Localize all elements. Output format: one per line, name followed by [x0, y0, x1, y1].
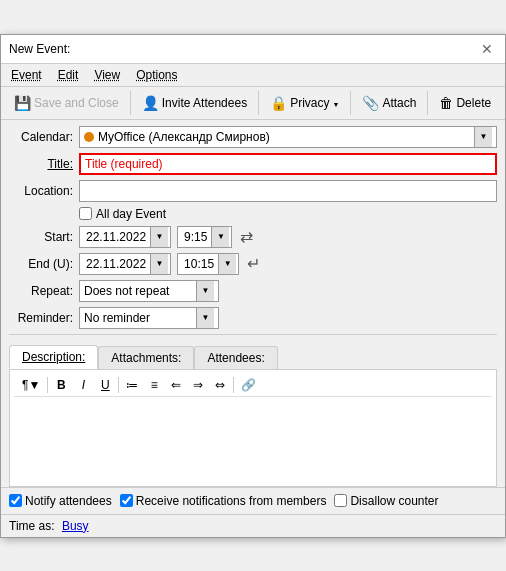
underline-button[interactable]: U — [95, 376, 115, 394]
reminder-value: No reminder — [84, 311, 196, 325]
chevron-down-icon — [332, 96, 339, 110]
save-icon: 💾 — [14, 95, 31, 111]
form-separator — [9, 334, 497, 335]
reminder-arrow-icon[interactable]: ▼ — [196, 308, 214, 328]
start-date-value: 22.11.2022 — [82, 230, 150, 244]
end-row: End (U): 22.11.2022 ▼ 10:15 ▼ ↵ — [9, 253, 497, 275]
title-row: Title: — [9, 153, 497, 175]
time-as-value: Busy — [62, 519, 89, 533]
repeat-label: Repeat: — [9, 284, 79, 298]
calendar-value: MyOffice (Александр Смирнов) — [98, 130, 474, 144]
notify-attendees-item: Notify attendees — [9, 494, 112, 508]
end-date-value: 22.11.2022 — [82, 257, 150, 271]
allday-checkbox[interactable] — [79, 207, 92, 220]
description-textarea[interactable] — [14, 399, 492, 479]
paragraph-button[interactable]: ¶▼ — [18, 376, 44, 394]
receive-notifications-label[interactable]: Receive notifications from members — [136, 494, 327, 508]
editor-sep-2 — [118, 377, 119, 393]
swap-times-button[interactable]: ⇄ — [238, 227, 255, 246]
reminder-label: Reminder: — [9, 311, 79, 325]
trash-icon: 🗑 — [439, 95, 453, 111]
time-as-row: Time as: Busy — [1, 514, 505, 537]
attach-label: Attach — [382, 96, 416, 110]
end-time-picker[interactable]: 10:15 ▼ — [177, 253, 239, 275]
calendar-dropdown[interactable]: MyOffice (Александр Смирнов) ▼ — [79, 126, 497, 148]
notify-attendees-label[interactable]: Notify attendees — [25, 494, 112, 508]
tab-attendees[interactable]: Attendees: — [194, 346, 277, 369]
save-close-label: Save and Close — [34, 96, 119, 110]
allday-label[interactable]: All day Event — [96, 207, 166, 221]
end-date-picker[interactable]: 22.11.2022 ▼ — [79, 253, 171, 275]
attach-button[interactable]: 📎 Attach — [355, 91, 423, 115]
toolbar-sep-2 — [258, 91, 259, 115]
start-time-value: 9:15 — [180, 230, 211, 244]
title-label: Title: — [9, 157, 79, 171]
list-bullet-button[interactable]: ≔ — [122, 376, 142, 394]
start-date-picker[interactable]: 22.11.2022 ▼ — [79, 226, 171, 248]
reminder-dropdown[interactable]: No reminder ▼ — [79, 307, 219, 329]
end-date-arrow[interactable]: ▼ — [150, 254, 168, 274]
indent-increase-button[interactable]: ⇒ — [188, 376, 208, 394]
receive-notifications-checkbox[interactable] — [120, 494, 133, 507]
tabs-area: Description: Attachments: Attendees: ¶▼ … — [1, 345, 505, 487]
editor-sep-3 — [233, 377, 234, 393]
editor-toolbar: ¶▼ B I U ≔ ≡ ⇐ ⇒ ⇔ 🔗 — [14, 374, 492, 397]
start-row: Start: 22.11.2022 ▼ 9:15 ▼ ⇄ — [9, 226, 497, 248]
privacy-label: Privacy — [290, 96, 329, 110]
indent-decrease-button[interactable]: ⇐ — [166, 376, 186, 394]
menu-event[interactable]: Event — [5, 66, 48, 84]
location-label: Location: — [9, 184, 79, 198]
start-time-picker[interactable]: 9:15 ▼ — [177, 226, 232, 248]
end-fields: 22.11.2022 ▼ 10:15 ▼ ↵ — [79, 253, 497, 275]
repeat-arrow-icon[interactable]: ▼ — [196, 281, 214, 301]
delete-label: Delete — [456, 96, 491, 110]
list-number-button[interactable]: ≡ — [144, 376, 164, 394]
disallow-counter-checkbox[interactable] — [334, 494, 347, 507]
swap-return-button[interactable]: ↵ — [245, 254, 262, 273]
end-time-value: 10:15 — [180, 257, 218, 271]
disallow-counter-item: Disallow counter — [334, 494, 438, 508]
calendar-dot-icon — [84, 132, 94, 142]
toolbar-sep-1 — [130, 91, 131, 115]
toolbar-sep-4 — [427, 91, 428, 115]
close-button[interactable]: ✕ — [477, 41, 497, 57]
menu-bar: Event Edit View Options — [1, 64, 505, 87]
tab-attachments[interactable]: Attachments: — [98, 346, 194, 369]
invite-icon: 👤 — [142, 95, 159, 111]
bottom-checkboxes: Notify attendees Receive notifications f… — [1, 487, 505, 514]
location-input[interactable] — [79, 180, 497, 202]
tab-description[interactable]: Description: — [9, 345, 98, 369]
privacy-button[interactable]: 🔒 Privacy — [263, 91, 346, 115]
invite-label: Invite Attendees — [162, 96, 247, 110]
delete-button[interactable]: 🗑 Delete — [432, 91, 498, 115]
link-button[interactable]: 🔗 — [237, 376, 260, 394]
start-fields: 22.11.2022 ▼ 9:15 ▼ ⇄ — [79, 226, 497, 248]
save-close-button[interactable]: 💾 Save and Close — [7, 91, 126, 115]
toolbar: 💾 Save and Close 👤 Invite Attendees 🔒 Pr… — [1, 87, 505, 120]
start-date-arrow[interactable]: ▼ — [150, 227, 168, 247]
start-time-arrow[interactable]: ▼ — [211, 227, 229, 247]
disallow-counter-label[interactable]: Disallow counter — [350, 494, 438, 508]
lock-icon: 🔒 — [270, 95, 287, 111]
menu-edit[interactable]: Edit — [52, 66, 85, 84]
end-time-arrow[interactable]: ▼ — [218, 254, 236, 274]
menu-view[interactable]: View — [88, 66, 126, 84]
title-input[interactable] — [79, 153, 497, 175]
notify-attendees-checkbox[interactable] — [9, 494, 22, 507]
calendar-arrow-icon: ▼ — [474, 127, 492, 147]
time-as-label: Time as: — [9, 519, 55, 533]
end-label: End (U): — [9, 257, 79, 271]
event-window: New Event: ✕ Event Edit View Options 💾 S… — [0, 34, 506, 538]
menu-options[interactable]: Options — [130, 66, 183, 84]
attach-icon: 📎 — [362, 95, 379, 111]
allday-row: All day Event — [9, 207, 497, 221]
tabs-row: Description: Attachments: Attendees: — [9, 345, 497, 369]
align-button[interactable]: ⇔ — [210, 376, 230, 394]
invite-attendees-button[interactable]: 👤 Invite Attendees — [135, 91, 254, 115]
bold-button[interactable]: B — [51, 376, 71, 394]
repeat-row: Repeat: Does not repeat ▼ — [9, 280, 497, 302]
toolbar-sep-3 — [350, 91, 351, 115]
start-label: Start: — [9, 230, 79, 244]
repeat-dropdown[interactable]: Does not repeat ▼ — [79, 280, 219, 302]
italic-button[interactable]: I — [73, 376, 93, 394]
